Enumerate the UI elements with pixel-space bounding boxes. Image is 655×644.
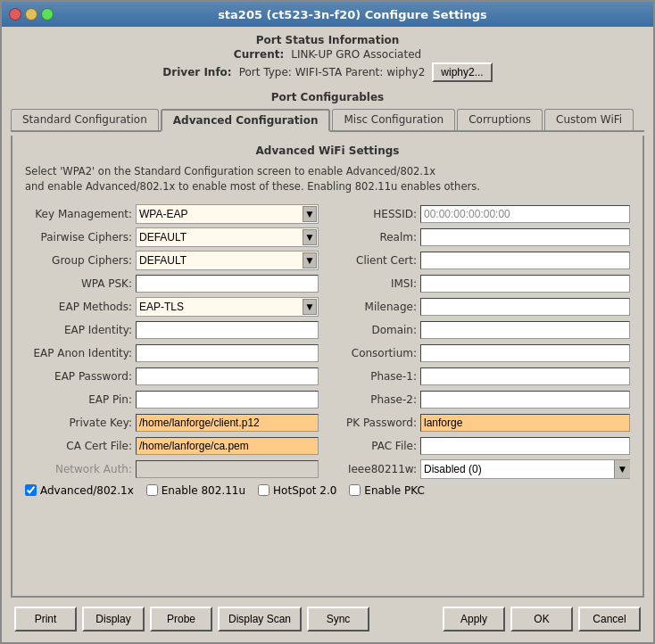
eap-methods-row: EAP Methods: EAP-TLS ▼ <box>25 297 319 317</box>
eap-methods-select-wrapper[interactable]: EAP-TLS ▼ <box>136 297 319 317</box>
tab-misc[interactable]: Misc Configuration <box>332 109 455 130</box>
ca-cert-input[interactable] <box>136 437 319 455</box>
print-button[interactable]: Print <box>14 607 77 632</box>
domain-row: Domain: <box>336 320 630 340</box>
ieee80211w-select-wrapper[interactable]: Disabled (0) Optional (1) Required (2) ▼ <box>420 459 630 479</box>
close-icon[interactable] <box>9 8 21 21</box>
tabs-row: Standard Configuration Advanced Configur… <box>11 109 644 132</box>
enable-80211u-item: Enable 802.11u <box>146 484 245 497</box>
key-management-select[interactable]: WPA-EAP <box>136 204 319 224</box>
network-auth-input[interactable] <box>136 460 319 478</box>
left-buttons: Print Display Probe Display Scan Sync <box>14 607 369 632</box>
apply-button[interactable]: Apply <box>443 607 505 632</box>
phase2-input[interactable] <box>420 391 630 409</box>
eap-identity-label: EAP Identity: <box>25 324 132 336</box>
tab-content-advanced: Advanced WiFi Settings Select 'WPA2' on … <box>11 136 644 598</box>
pac-file-label: PAC File: <box>336 440 417 452</box>
main-window: sta205 (ct523-3n-f20) Configure Settings… <box>0 0 655 644</box>
realm-input[interactable] <box>420 228 630 246</box>
eap-anon-row: EAP Anon Identity: <box>25 343 319 363</box>
ieee80211w-label: Ieee80211w: <box>336 463 417 475</box>
private-key-input[interactable] <box>136 414 319 432</box>
window-title: sta205 (ct523-3n-f20) Configure Settings <box>59 8 646 21</box>
ca-cert-row: CA Cert File: <box>25 436 319 456</box>
enable-80211u-checkbox[interactable] <box>146 484 158 496</box>
advanced-title: Advanced WiFi Settings <box>25 144 630 157</box>
minimize-icon[interactable] <box>25 8 37 21</box>
port-status-title: Port Status Information <box>11 34 644 46</box>
eap-methods-select[interactable]: EAP-TLS <box>136 297 319 317</box>
maximize-icon[interactable] <box>41 8 54 21</box>
right-col: HESSID: Realm: Client Cert: IMSI: <box>336 204 630 479</box>
client-cert-row: Client Cert: <box>336 251 630 270</box>
driver-row: Driver Info: Port Type: WIFI-STA Parent:… <box>11 62 644 82</box>
tab-advanced[interactable]: Advanced Configuration <box>161 109 331 132</box>
domain-label: Domain: <box>336 324 417 336</box>
enable-pkc-item: Enable PKC <box>349 484 425 497</box>
wiphy-button[interactable]: wiphy2... <box>432 62 492 82</box>
sync-button[interactable]: Sync <box>307 607 369 632</box>
ieee80211w-select[interactable]: Disabled (0) Optional (1) Required (2) <box>420 459 630 479</box>
milenage-input[interactable] <box>420 298 630 316</box>
hotspot-20-item: HotSpot 2.0 <box>258 484 336 497</box>
eap-password-row: EAP Password: <box>25 367 319 386</box>
display-scan-button[interactable]: Display Scan <box>218 607 302 632</box>
phase2-label: Phase-2: <box>336 393 417 406</box>
key-management-row: Key Management: WPA-EAP ▼ <box>25 204 319 224</box>
eap-password-input[interactable] <box>136 367 319 385</box>
eap-identity-input[interactable] <box>136 321 319 339</box>
key-management-select-wrapper[interactable]: WPA-EAP ▼ <box>136 204 319 224</box>
key-management-label: Key Management: <box>25 208 132 220</box>
advanced-8021x-checkbox[interactable] <box>25 484 37 496</box>
private-key-row: Private Key: <box>25 413 319 433</box>
pk-password-input[interactable] <box>420 414 630 432</box>
pac-file-input[interactable] <box>420 437 630 455</box>
port-configurables-title: Port Configurables <box>11 91 644 103</box>
enable-pkc-label: Enable PKC <box>364 484 425 497</box>
advanced-8021x-item: Advanced/802.1x <box>25 484 134 497</box>
pairwise-ciphers-select[interactable]: DEFAULT <box>136 227 319 247</box>
phase2-row: Phase-2: <box>336 390 630 409</box>
display-button[interactable]: Display <box>82 607 145 632</box>
ca-cert-label: CA Cert File: <box>25 440 132 452</box>
pk-password-label: PK Password: <box>336 417 417 429</box>
ok-button[interactable]: OK <box>510 607 573 632</box>
wpa-psk-input[interactable] <box>136 275 319 293</box>
ieee80211w-row: Ieee80211w: Disabled (0) Optional (1) Re… <box>336 459 630 479</box>
enable-pkc-checkbox[interactable] <box>349 484 361 496</box>
network-auth-label: Network Auth: <box>25 463 132 475</box>
milenage-row: Milenage: <box>336 297 630 317</box>
domain-input[interactable] <box>420 321 630 339</box>
cancel-button[interactable]: Cancel <box>578 607 641 632</box>
eap-anon-input[interactable] <box>136 344 319 362</box>
realm-label: Realm: <box>336 231 417 244</box>
pairwise-ciphers-select-wrapper[interactable]: DEFAULT ▼ <box>136 227 319 247</box>
group-ciphers-select-wrapper[interactable]: DEFAULT ▼ <box>136 251 319 270</box>
pac-file-row: PAC File: <box>336 436 630 456</box>
enable-80211u-label: Enable 802.11u <box>162 484 245 497</box>
consortium-label: Consortium: <box>336 347 417 359</box>
hessid-input[interactable] <box>420 205 630 223</box>
wpa-psk-row: WPA PSK: <box>25 274 319 293</box>
imsi-row: IMSI: <box>336 274 630 293</box>
eap-pin-label: EAP Pin: <box>25 393 132 406</box>
current-label: Current: <box>234 48 284 61</box>
eap-pin-input[interactable] <box>136 391 319 409</box>
probe-button[interactable]: Probe <box>150 607 212 632</box>
group-ciphers-select[interactable]: DEFAULT <box>136 251 319 270</box>
tab-corruptions[interactable]: Corruptions <box>457 109 543 130</box>
eap-methods-label: EAP Methods: <box>25 301 132 313</box>
tab-custom-wifi[interactable]: Custom WiFi <box>544 109 634 130</box>
tab-standard[interactable]: Standard Configuration <box>11 109 159 130</box>
consortium-input[interactable] <box>420 344 630 362</box>
hotspot-20-checkbox[interactable] <box>258 484 269 496</box>
phase1-row: Phase-1: <box>336 367 630 386</box>
client-cert-input[interactable] <box>420 252 630 269</box>
pairwise-ciphers-row: Pairwise Ciphers: DEFAULT ▼ <box>25 227 319 247</box>
main-content: Port Status Information Current: LINK-UP… <box>2 27 653 642</box>
phase1-label: Phase-1: <box>336 370 417 383</box>
imsi-input[interactable] <box>420 275 630 293</box>
titlebar: sta205 (ct523-3n-f20) Configure Settings <box>2 2 653 27</box>
bottom-buttons: Print Display Probe Display Scan Sync Ap… <box>11 601 644 635</box>
phase1-input[interactable] <box>420 367 630 385</box>
